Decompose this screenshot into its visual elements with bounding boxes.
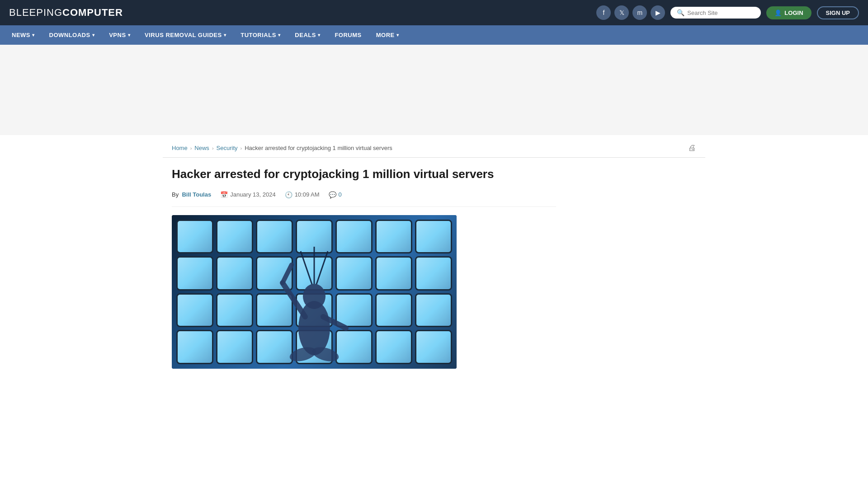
advertisement-banner: [0, 45, 868, 135]
hacker-figure: [264, 238, 364, 369]
time-value: 10:09 AM: [295, 191, 320, 198]
date-value: January 13, 2024: [230, 191, 275, 198]
nav-news[interactable]: NEWS ▾: [5, 25, 42, 45]
mastodon-icon[interactable]: m: [632, 5, 647, 20]
comment-icon: 💬: [329, 191, 336, 198]
svg-line-2: [283, 283, 305, 317]
search-icon: 🔍: [677, 9, 684, 16]
logo-light: BLEEPING: [9, 7, 62, 18]
tv-screen: [216, 220, 253, 254]
calendar-icon: 📅: [220, 191, 228, 198]
article-container: Hacker arrested for cryptojacking 1 mill…: [163, 158, 705, 378]
nav-more-label: MORE: [376, 32, 395, 38]
article-sidebar: [570, 167, 696, 369]
twitter-icon[interactable]: 𝕏: [614, 5, 629, 20]
login-button[interactable]: 👤 LOGIN: [766, 6, 811, 19]
breadcrumb-sep-2: ›: [212, 145, 214, 151]
nav-downloads[interactable]: DOWNLOADS ▾: [42, 25, 102, 45]
article-main: Hacker arrested for cryptojacking 1 mill…: [172, 167, 556, 369]
nav-deals-label: DEALS: [295, 32, 316, 38]
tv-screen: [415, 256, 452, 291]
tv-screen: [216, 293, 253, 328]
breadcrumb-home[interactable]: Home: [172, 145, 188, 151]
tv-screen: [176, 256, 213, 291]
hero-image-inner: [172, 215, 457, 369]
nav-tutorials[interactable]: TUTORIALS ▾: [233, 25, 288, 45]
nav-virus-arrow: ▾: [224, 33, 226, 38]
tv-screen: [415, 293, 452, 328]
article-comments[interactable]: 💬 0: [329, 191, 342, 198]
social-icons: f 𝕏 m ▶: [596, 5, 665, 20]
youtube-icon[interactable]: ▶: [651, 5, 665, 20]
tv-screen: [176, 293, 213, 328]
nav-more[interactable]: MORE ▾: [369, 25, 406, 45]
nav-vpns[interactable]: VPNS ▾: [102, 25, 137, 45]
author-link[interactable]: Bill Toulas: [182, 191, 211, 198]
clock-icon: 🕙: [285, 191, 292, 198]
facebook-icon[interactable]: f: [596, 5, 611, 20]
nav-tutorials-arrow: ▾: [278, 33, 281, 38]
tv-screen: [375, 220, 412, 254]
nav-more-arrow: ▾: [396, 33, 399, 38]
nav-tutorials-label: TUTORIALS: [241, 32, 276, 38]
article-time: 🕙 10:09 AM: [285, 191, 320, 198]
tv-screen: [176, 220, 213, 254]
by-label: By: [172, 191, 179, 198]
breadcrumb-current: Hacker arrested for cryptojacking 1 mill…: [245, 145, 392, 151]
site-logo[interactable]: BLEEPINGCOMPUTER: [9, 7, 123, 19]
comments-count: 0: [339, 191, 342, 198]
print-icon[interactable]: 🖨: [688, 143, 696, 153]
signup-button[interactable]: SIGN UP: [817, 6, 859, 19]
svg-line-5: [301, 251, 312, 284]
nav-downloads-arrow: ▾: [92, 33, 95, 38]
header-right: f 𝕏 m ▶ 🔍 👤 LOGIN SIGN UP: [596, 5, 859, 20]
tv-screen: [375, 256, 412, 291]
breadcrumb-bar: Home › News › Security › Hacker arrested…: [163, 135, 705, 158]
breadcrumb-sep-1: ›: [190, 145, 192, 151]
tv-screen: [216, 330, 253, 364]
tv-screen: [375, 293, 412, 328]
article-title: Hacker arrested for cryptojacking 1 mill…: [172, 167, 556, 182]
main-nav: NEWS ▾ DOWNLOADS ▾ VPNS ▾ VIRUS REMOVAL …: [0, 25, 868, 45]
breadcrumb-news[interactable]: News: [194, 145, 209, 151]
nav-virus-label: VIRUS REMOVAL GUIDES: [145, 32, 222, 38]
signup-label: SIGN UP: [826, 9, 850, 16]
logo-bold: COMPUTER: [62, 7, 123, 18]
nav-forums-label: FORUMS: [335, 32, 361, 38]
search-input[interactable]: [687, 9, 755, 16]
nav-news-label: NEWS: [12, 32, 30, 38]
tv-screen: [176, 330, 213, 364]
tv-screen: [216, 256, 253, 291]
breadcrumb: Home › News › Security › Hacker arrested…: [172, 145, 392, 151]
nav-vpns-label: VPNS: [109, 32, 126, 38]
svg-line-7: [316, 251, 328, 284]
login-label: LOGIN: [784, 9, 803, 16]
nav-downloads-label: DOWNLOADS: [49, 32, 90, 38]
nav-vpns-arrow: ▾: [128, 33, 131, 38]
user-icon: 👤: [774, 9, 782, 16]
tv-screen: [415, 330, 452, 364]
nav-virus-removal[interactable]: VIRUS REMOVAL GUIDES ▾: [137, 25, 233, 45]
article-hero-image: [172, 215, 457, 369]
breadcrumb-security[interactable]: Security: [217, 145, 238, 151]
nav-deals-arrow: ▾: [318, 33, 321, 38]
nav-news-arrow: ▾: [32, 33, 35, 38]
svg-line-3: [283, 265, 292, 283]
tv-screen: [415, 220, 452, 254]
breadcrumb-sep-3: ›: [241, 145, 242, 151]
article-date: 📅 January 13, 2024: [220, 191, 275, 198]
tv-screen: [375, 330, 412, 364]
search-bar: 🔍: [670, 7, 761, 19]
site-header: BLEEPINGCOMPUTER f 𝕏 m ▶ 🔍 👤 LOGIN SIGN …: [0, 0, 868, 25]
article-meta: By Bill Toulas 📅 January 13, 2024 🕙 10:0…: [172, 191, 556, 207]
svg-point-1: [303, 284, 326, 309]
nav-deals[interactable]: DEALS ▾: [288, 25, 327, 45]
article-author: By Bill Toulas: [172, 191, 211, 198]
nav-forums[interactable]: FORUMS: [327, 25, 368, 45]
